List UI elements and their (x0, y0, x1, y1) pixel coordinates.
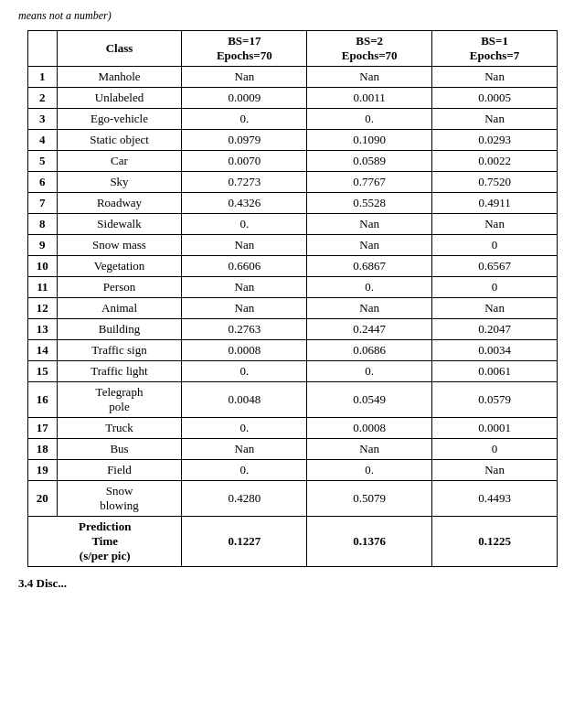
cell-num: 18 (28, 439, 58, 460)
cell-bs2: 0.5079 (307, 481, 432, 517)
cell-class: Roadway (57, 193, 182, 214)
table-row: 8Sidewalk0.NanNan (28, 214, 558, 235)
cell-bs17: 0.4280 (182, 481, 307, 517)
cell-bs1: 0.2047 (432, 319, 558, 340)
table-row: 20Snowblowing0.42800.50790.4493 (28, 481, 558, 517)
cell-bs1: Nan (432, 109, 558, 130)
cell-bs1: 0.0022 (432, 151, 558, 172)
cell-num: 4 (28, 130, 58, 151)
cell-bs2: Nan (307, 298, 432, 319)
cell-bs1: 0.0005 (432, 88, 558, 109)
cell-bs2: 0.1090 (307, 130, 432, 151)
cell-num: 19 (28, 460, 58, 481)
cell-bs2: 0.0549 (307, 382, 432, 418)
cell-bs2: 0.2447 (307, 319, 432, 340)
cell-class: Car (57, 151, 182, 172)
cell-num: 16 (28, 382, 58, 418)
header-class: Class (57, 31, 182, 67)
cell-num: 5 (28, 151, 58, 172)
cell-bs17: 0.4326 (182, 193, 307, 214)
table-row: 10Vegetation0.66060.68670.6567 (28, 256, 558, 277)
header-bs1: BS=1Epochs=7 (432, 31, 558, 67)
cell-bs1: 0.0001 (432, 418, 558, 439)
cell-bs2: 0.0011 (307, 88, 432, 109)
table-row: 5Car0.00700.05890.0022 (28, 151, 558, 172)
table-row: 6Sky0.72730.77670.7520 (28, 172, 558, 193)
cell-bs1: 0.4493 (432, 481, 558, 517)
footer-num: PredictionTime(s/per pic) (28, 517, 182, 567)
cell-bs1: 0.6567 (432, 256, 558, 277)
cell-bs17: 0. (182, 214, 307, 235)
cell-class: Telegraphpole (57, 382, 182, 418)
table-row: 2Unlabeled0.00090.00110.0005 (28, 88, 558, 109)
cell-class: Static object (57, 130, 182, 151)
cell-bs1: Nan (432, 67, 558, 88)
cell-bs2: 0. (307, 361, 432, 382)
cell-bs2: 0. (307, 277, 432, 298)
table-row: 12AnimalNanNanNan (28, 298, 558, 319)
table-row: 1ManholeNanNanNan (28, 67, 558, 88)
cell-class: Building (57, 319, 182, 340)
cell-class: Manhole (57, 67, 182, 88)
header-num (28, 31, 58, 67)
cell-bs1: 0 (432, 277, 558, 298)
cell-bs1: 0.4911 (432, 193, 558, 214)
cell-class: Snow mass (57, 235, 182, 256)
footer-bs17: 0.1227 (182, 517, 307, 567)
cell-bs1: 0.0034 (432, 340, 558, 361)
table-wrapper: Class BS=17Epochs=70 BS=2Epochs=70 BS=1E… (18, 30, 567, 567)
cell-bs2: 0.0589 (307, 151, 432, 172)
cell-bs2: Nan (307, 67, 432, 88)
section-header: 3.4 Disc... (18, 576, 567, 591)
cell-num: 7 (28, 193, 58, 214)
cell-bs2: 0.0686 (307, 340, 432, 361)
cell-class: Truck (57, 418, 182, 439)
cell-bs17: 0. (182, 460, 307, 481)
cell-bs17: Nan (182, 298, 307, 319)
cell-bs2: 0.0008 (307, 418, 432, 439)
cell-bs2: 0. (307, 109, 432, 130)
cell-class: Traffic light (57, 361, 182, 382)
cell-num: 1 (28, 67, 58, 88)
table-row: 3Ego-vehicle0.0.Nan (28, 109, 558, 130)
cell-bs2: Nan (307, 214, 432, 235)
cell-bs1: 0.7520 (432, 172, 558, 193)
cell-num: 20 (28, 481, 58, 517)
table-row: 15Traffic light0.0.0.0061 (28, 361, 558, 382)
cell-bs2: Nan (307, 439, 432, 460)
cell-num: 15 (28, 361, 58, 382)
cell-class: Bus (57, 439, 182, 460)
header-bs17: BS=17Epochs=70 (182, 31, 307, 67)
cell-class: Field (57, 460, 182, 481)
cell-class: Ego-vehicle (57, 109, 182, 130)
table-row: 4Static object0.09790.10900.0293 (28, 130, 558, 151)
cell-bs17: 0.6606 (182, 256, 307, 277)
cell-bs17: 0.0070 (182, 151, 307, 172)
cell-bs2: 0.7767 (307, 172, 432, 193)
cell-bs17: 0.2763 (182, 319, 307, 340)
cell-num: 11 (28, 277, 58, 298)
cell-class: Snowblowing (57, 481, 182, 517)
cell-bs1: 0.0293 (432, 130, 558, 151)
table-row: 14Traffic sign0.00080.06860.0034 (28, 340, 558, 361)
cell-bs17: 0. (182, 361, 307, 382)
cell-num: 13 (28, 319, 58, 340)
cell-class: Unlabeled (57, 88, 182, 109)
cell-class: Vegetation (57, 256, 182, 277)
cell-bs1: Nan (432, 214, 558, 235)
table-row: 7Roadway0.43260.55280.4911 (28, 193, 558, 214)
footer-bs2: 0.1376 (307, 517, 432, 567)
table-row: 9Snow massNanNan0 (28, 235, 558, 256)
cell-bs2: 0. (307, 460, 432, 481)
cell-num: 12 (28, 298, 58, 319)
table-row: 19Field0.0.Nan (28, 460, 558, 481)
cell-class: Sidewalk (57, 214, 182, 235)
header-bs2: BS=2Epochs=70 (307, 31, 432, 67)
cell-bs17: 0. (182, 109, 307, 130)
cell-num: 17 (28, 418, 58, 439)
cell-num: 10 (28, 256, 58, 277)
cell-num: 8 (28, 214, 58, 235)
cell-bs2: 0.6867 (307, 256, 432, 277)
caption: means not a number) (18, 9, 567, 23)
cell-bs17: Nan (182, 439, 307, 460)
